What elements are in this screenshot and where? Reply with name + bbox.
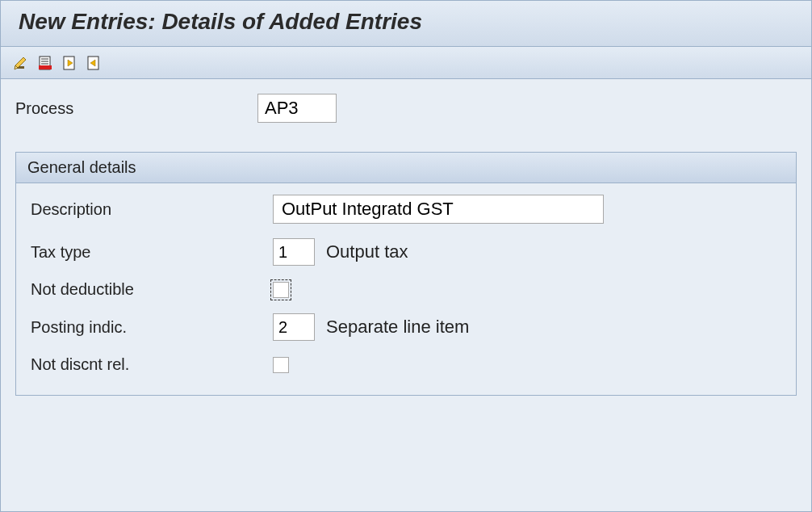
edit-icon[interactable] <box>12 54 30 72</box>
description-row: Description <box>31 195 781 224</box>
posting-indic-row: Posting indic. Separate line item <box>31 313 781 341</box>
title-bar: New Entries: Details of Added Entries <box>1 1 811 47</box>
tax-type-input[interactable] <box>273 238 315 266</box>
process-row: Process <box>15 94 797 123</box>
tax-type-row: Tax type Output tax <box>31 238 781 266</box>
prev-entry-icon[interactable] <box>61 54 78 72</box>
toolbar <box>1 47 811 79</box>
tax-type-label: Tax type <box>31 243 273 262</box>
process-label: Process <box>15 99 257 118</box>
not-deductible-checkbox[interactable] <box>273 282 289 298</box>
not-deductible-label: Not deductible <box>31 280 273 299</box>
posting-indic-input[interactable] <box>273 313 315 341</box>
process-input[interactable] <box>257 94 337 123</box>
group-body: Description Tax type Output tax Not dedu… <box>16 183 796 395</box>
posting-indic-label: Posting indic. <box>31 318 273 337</box>
not-discnt-rel-checkbox[interactable] <box>273 357 289 373</box>
next-entry-icon[interactable] <box>85 54 103 72</box>
not-discnt-rel-row: Not discnt rel. <box>31 355 781 374</box>
description-label: Description <box>31 200 273 219</box>
content-area: Process General details Description Tax … <box>1 79 811 410</box>
description-input[interactable] <box>273 195 604 224</box>
page-title: New Entries: Details of Added Entries <box>19 9 422 34</box>
tax-type-text: Output tax <box>326 241 408 262</box>
svg-rect-7 <box>39 65 52 69</box>
posting-indic-text: Separate line item <box>326 317 469 338</box>
general-details-group: General details Description Tax type Out… <box>15 152 797 396</box>
group-title: General details <box>16 153 796 183</box>
not-deductible-row: Not deductible <box>31 280 781 299</box>
not-discnt-rel-label: Not discnt rel. <box>31 355 273 374</box>
delete-icon[interactable] <box>36 54 54 72</box>
